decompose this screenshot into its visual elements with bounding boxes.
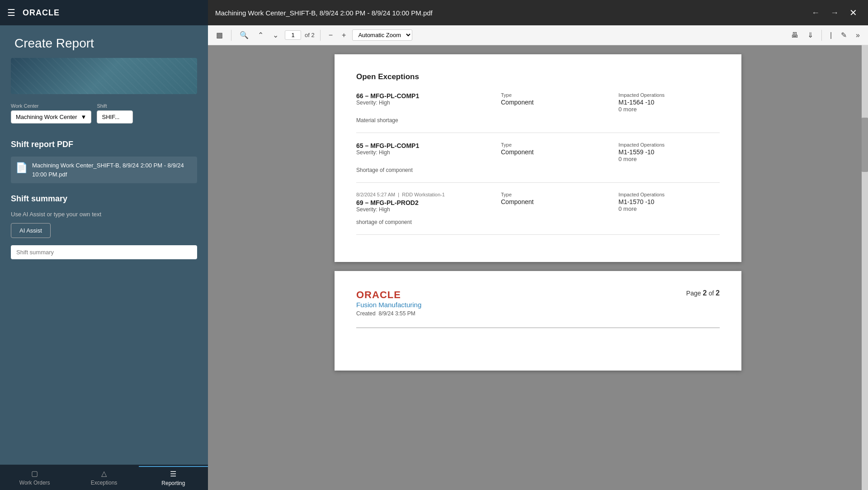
nav-item-exceptions[interactable]: △ Exceptions <box>69 466 138 489</box>
exception-item-1: 66 – MFG-PL-COMP1 Severity: High Type Co… <box>356 92 720 133</box>
form-area: Work Center Machining Work Center ▼ Shif… <box>0 94 208 133</box>
exception-3-ops-value: M1-1570 -10 <box>618 198 720 205</box>
exception-3-type-value: Component <box>501 198 618 205</box>
prev-page-button[interactable]: ⌃ <box>255 29 266 41</box>
page-label: Page <box>686 290 701 297</box>
exception-2-severity: Severity: High <box>356 149 501 156</box>
exception-2-ops-more: 0 more <box>618 156 720 162</box>
exception-item-3: 8/2/2024 5:27 AM | RDD Workstation-1 69 … <box>356 192 720 235</box>
footer-oracle-logo: ORACLE <box>356 289 421 301</box>
exceptions-icon: △ <box>101 469 107 478</box>
exception-2-middle: Type Component <box>501 142 618 162</box>
exception-1-severity: Severity: High <box>356 100 501 106</box>
exception-1-ops-value: M1-1564 -10 <box>618 99 720 106</box>
exception-1-type-value: Component <box>501 99 618 106</box>
reporting-icon: ☰ <box>170 470 176 478</box>
pdf-back-button[interactable]: ← <box>808 6 823 19</box>
download-button[interactable]: ⇓ <box>805 29 816 41</box>
pdf-close-button[interactable]: ✕ <box>846 5 861 20</box>
zoom-out-button[interactable]: − <box>326 29 335 41</box>
exception-2-name: 65 – MFG-PL-COMP1 <box>356 142 501 149</box>
exception-1-type-label: Type <box>501 92 618 98</box>
exception-3-middle: Type Component <box>501 192 618 214</box>
shift-report-title: Shift report PDF <box>11 140 197 149</box>
footer-created-info: Created 8/9/24 3:55 PM <box>356 310 421 317</box>
pdf-forward-button[interactable]: → <box>827 6 842 19</box>
exception-item-2: 65 – MFG-PL-COMP1 Severity: High Type Co… <box>356 142 720 183</box>
page-number-input[interactable] <box>285 30 301 40</box>
exception-3-severity: Severity: High <box>356 206 501 213</box>
exception-2-description: Shortage of component <box>356 167 720 173</box>
work-center-chevron-icon: ▼ <box>81 114 87 120</box>
annotate-button[interactable]: ✎ <box>838 29 849 41</box>
bottom-nav: ▢ Work Orders △ Exceptions ☰ Reporting <box>0 465 208 490</box>
page-total-num: 2 <box>716 289 720 297</box>
exception-3-type-label: Type <box>501 192 618 197</box>
oracle-logo: ORACLE <box>23 8 60 18</box>
exception-1-description: Material shortage <box>356 117 720 124</box>
pdf-file-item[interactable]: 📄 Machining Work Center_SHIFT-B, 8/9/24 … <box>11 157 197 183</box>
exception-1-right: Impacted Operations M1-1564 -10 0 more <box>618 92 720 113</box>
created-label: Created <box>356 310 376 317</box>
shift-summary-section: Shift summary Use AI Assist or type your… <box>0 190 208 263</box>
page-title: Create Report <box>0 25 208 58</box>
pdf-toolbar: ▩ 🔍 ⌃ ⌄ of 2 − + Automatic Zoom 🖶 ⇓ | ✎ … <box>208 25 868 45</box>
toolbar-sep-1 <box>231 30 231 41</box>
page-num: 2 <box>703 289 707 297</box>
pdf-page-1: Open Exceptions 66 – MFG-PL-COMP1 Severi… <box>335 54 741 262</box>
work-center-label: Work Center <box>11 103 91 109</box>
work-center-select[interactable]: Machining Work Center ▼ <box>11 110 91 124</box>
footer-divider <box>356 328 720 328</box>
exception-1-name: 66 – MFG-PL-COMP1 <box>356 92 501 100</box>
toolbar-sep-3 <box>821 30 822 41</box>
nav-reporting-label: Reporting <box>161 480 185 486</box>
open-exceptions-title: Open Exceptions <box>356 72 720 81</box>
next-page-button[interactable]: ⌄ <box>270 29 281 41</box>
shift-summary-title: Shift summary <box>11 194 197 204</box>
nav-exceptions-label: Exceptions <box>91 480 118 486</box>
created-date: 8/9/24 3:55 PM <box>378 310 415 317</box>
exception-3-description: shortage of component <box>356 219 720 225</box>
more-button[interactable]: » <box>853 29 863 41</box>
shift-label: Shift <box>97 103 133 109</box>
exception-3-ops-more: 0 more <box>618 205 720 212</box>
work-orders-icon: ▢ <box>31 469 38 478</box>
page-total: of 2 <box>305 32 315 38</box>
exception-1-middle: Type Component <box>501 92 618 113</box>
exception-3-right: Impacted Operations M1-1570 -10 0 more <box>618 192 720 214</box>
pdf-nav-buttons: ← → ✕ <box>808 5 861 20</box>
shift-summary-input[interactable] <box>11 245 197 259</box>
footer-oracle-info: ORACLE Fusion Manufacturing Created 8/9/… <box>356 289 421 317</box>
shift-report-section: Shift report PDF 📄 Machining Work Center… <box>0 133 208 190</box>
pdf-file-icon: 📄 <box>15 162 28 174</box>
banner-area <box>11 58 197 94</box>
nav-item-reporting[interactable]: ☰ Reporting <box>139 466 208 489</box>
zoom-select[interactable]: Automatic Zoom <box>352 29 412 41</box>
exception-1-left: 66 – MFG-PL-COMP1 Severity: High <box>356 92 501 113</box>
exception-2-type-value: Component <box>501 148 618 156</box>
search-button[interactable]: 🔍 <box>237 29 251 41</box>
hamburger-icon[interactable]: ☰ <box>7 7 15 18</box>
exception-1-ops-more: 0 more <box>618 106 720 113</box>
toolbar-sep-2 <box>320 30 321 41</box>
pdf-titlebar: Machining Work Center_SHIFT-B, 8/9/24 2:… <box>208 0 868 25</box>
exception-3-timestamp: 8/2/2024 5:27 AM | RDD Workstation-1 <box>356 192 501 197</box>
left-panel: ☰ ORACLE Create Report Work Center Machi… <box>0 0 208 490</box>
sidebar-toggle-button[interactable]: ▩ <box>213 29 226 41</box>
exception-3-ops-label: Impacted Operations <box>618 192 720 197</box>
pdf-viewer: Machining Work Center_SHIFT-B, 8/9/24 2:… <box>208 0 868 490</box>
exception-2-ops-value: M1-1559 -10 <box>618 148 720 156</box>
ai-assist-button[interactable]: AI Assist <box>11 223 51 238</box>
exception-1-ops-label: Impacted Operations <box>618 92 720 98</box>
nav-item-work-orders[interactable]: ▢ Work Orders <box>0 466 69 489</box>
print-button[interactable]: 🖶 <box>788 29 801 41</box>
top-bar: ☰ ORACLE <box>0 0 208 25</box>
scrollbar-track <box>862 45 868 490</box>
shift-select[interactable]: SHIF... <box>97 110 133 124</box>
text-tool-button[interactable]: | <box>827 29 835 41</box>
exception-2-ops-label: Impacted Operations <box>618 142 720 147</box>
scrollbar-thumb[interactable] <box>862 118 868 172</box>
shift-value: SHIF... <box>102 114 119 120</box>
zoom-in-button[interactable]: + <box>339 29 349 41</box>
exception-2-right: Impacted Operations M1-1559 -10 0 more <box>618 142 720 162</box>
